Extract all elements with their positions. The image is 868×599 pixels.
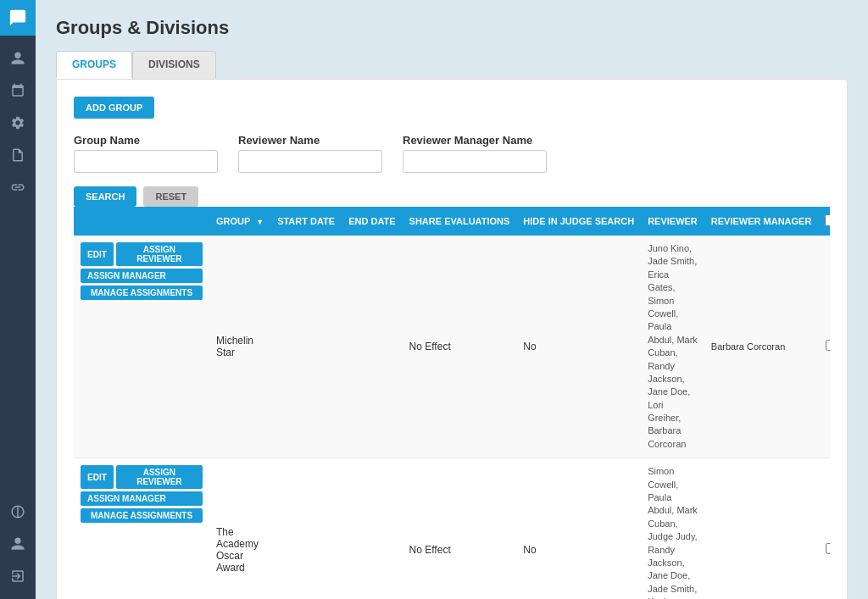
- card: ADD GROUP Group Name Reviewer Name Revie…: [56, 79, 848, 599]
- add-group-button[interactable]: ADD GROUP: [74, 97, 154, 119]
- action-row-1: EDIT ASSIGN REVIEWER: [81, 465, 203, 489]
- group-name-label: Group Name: [74, 134, 218, 147]
- row-reviewer-manager: [704, 458, 819, 599]
- row-share-evaluations: No Effect: [403, 236, 517, 458]
- manage-assignments-button[interactable]: MANAGE ASSIGNMENTS: [81, 508, 203, 523]
- reviewer-name-input[interactable]: [238, 150, 382, 173]
- reset-button[interactable]: RESET: [143, 186, 198, 207]
- reviewer-manager-label: Reviewer Manager Name: [403, 134, 547, 147]
- groups-table-wrapper: GROUP ▼ START DATE END DATE SHARE EVALUA…: [74, 207, 830, 599]
- calendar-icon[interactable]: [0, 75, 36, 107]
- row-reviewer: Juno Kino, Jade Smith, Erica Gates, Simo…: [641, 236, 704, 458]
- reviewer-name-label: Reviewer Name: [238, 134, 382, 147]
- col-header-reviewer-manager: REVIEWER MANAGER: [704, 207, 819, 236]
- sidebar-logo[interactable]: [0, 0, 36, 36]
- action-row-1: EDIT ASSIGN REVIEWER: [81, 242, 203, 266]
- action-buttons: EDIT ASSIGN REVIEWER ASSIGN MANAGER MANA…: [81, 242, 203, 300]
- row-hide-judge: No: [516, 236, 641, 458]
- row-share-evaluations: No Effect: [403, 458, 517, 599]
- sidebar: [0, 0, 36, 599]
- row-group-name: The Academy Oscar Award: [209, 458, 270, 599]
- manage-assignments-button[interactable]: MANAGE ASSIGNMENTS: [81, 286, 203, 300]
- row-actions: EDIT ASSIGN REVIEWER ASSIGN MANAGER MANA…: [74, 458, 209, 599]
- row-checkbox-cell: [818, 458, 830, 599]
- row-group-name: Michelin Star: [209, 236, 270, 458]
- col-header-end-date: END DATE: [342, 207, 402, 236]
- edit-button[interactable]: EDIT: [81, 465, 114, 489]
- col-header-hide-in-judge: HIDE IN JUDGE SEARCH: [516, 207, 641, 236]
- col-header-group[interactable]: GROUP ▼: [209, 207, 270, 236]
- assign-manager-button[interactable]: ASSIGN MANAGER: [81, 269, 203, 283]
- search-buttons: SEARCH RESET: [74, 186, 830, 207]
- search-button[interactable]: SEARCH: [74, 186, 136, 207]
- row-reviewer-manager: Barbara Corcoran: [704, 236, 819, 458]
- tab-groups[interactable]: GROUPS: [56, 51, 132, 79]
- globe-icon[interactable]: [0, 496, 36, 528]
- reviewer-manager-input[interactable]: [403, 150, 547, 173]
- search-form: Group Name Reviewer Name Reviewer Manage…: [74, 134, 830, 173]
- users-icon[interactable]: [0, 42, 36, 75]
- page-title: Groups & Divisions: [56, 17, 848, 39]
- reviewer-name-field-container: Reviewer Name: [238, 134, 382, 173]
- logout-icon[interactable]: [0, 560, 36, 592]
- group-name-input[interactable]: [74, 150, 218, 173]
- row-start-date: [270, 458, 342, 599]
- main-content: Groups & Divisions GROUPS DIVISIONS ADD …: [36, 0, 868, 599]
- groups-table: GROUP ▼ START DATE END DATE SHARE EVALUA…: [74, 207, 830, 599]
- group-name-field-container: Group Name: [74, 134, 218, 173]
- reviewer-manager-field-container: Reviewer Manager Name: [403, 134, 547, 173]
- document-icon[interactable]: [0, 139, 36, 171]
- assign-reviewer-button[interactable]: ASSIGN REVIEWER: [116, 242, 203, 266]
- settings-icon[interactable]: [0, 107, 36, 139]
- row-end-date: [342, 236, 402, 458]
- row-hide-judge: No: [516, 458, 641, 599]
- row-checkbox[interactable]: [826, 340, 830, 351]
- row-reviewer: Simon Cowell, Paula Abdul, Mark Cuban, J…: [641, 458, 704, 599]
- group-sort-arrow: ▼: [256, 218, 264, 226]
- table-row: EDIT ASSIGN REVIEWER ASSIGN MANAGER MANA…: [74, 458, 830, 599]
- link-icon[interactable]: [0, 171, 36, 203]
- row-actions: EDIT ASSIGN REVIEWER ASSIGN MANAGER MANA…: [74, 236, 209, 458]
- row-checkbox[interactable]: [826, 543, 830, 554]
- assign-manager-button[interactable]: ASSIGN MANAGER: [81, 491, 203, 506]
- edit-button[interactable]: EDIT: [81, 242, 114, 266]
- col-header-reviewer: REVIEWER: [641, 207, 704, 236]
- col-header-start-date: START DATE: [270, 207, 342, 236]
- tab-divisions[interactable]: DIVISIONS: [132, 51, 216, 79]
- row-end-date: [342, 458, 402, 599]
- profile-icon[interactable]: [0, 528, 36, 560]
- col-header-checkbox[interactable]: [818, 207, 830, 236]
- action-buttons: EDIT ASSIGN REVIEWER ASSIGN MANAGER MANA…: [81, 465, 203, 523]
- assign-reviewer-button[interactable]: ASSIGN REVIEWER: [116, 465, 203, 489]
- row-checkbox-cell: [818, 236, 830, 458]
- col-header-share-evaluations: SHARE EVALUATIONS: [403, 207, 517, 236]
- select-all-checkbox[interactable]: [825, 214, 830, 226]
- row-start-date: [270, 236, 342, 458]
- table-row: EDIT ASSIGN REVIEWER ASSIGN MANAGER MANA…: [74, 236, 830, 458]
- col-header-actions: [74, 207, 209, 236]
- tabs: GROUPS DIVISIONS: [56, 51, 848, 79]
